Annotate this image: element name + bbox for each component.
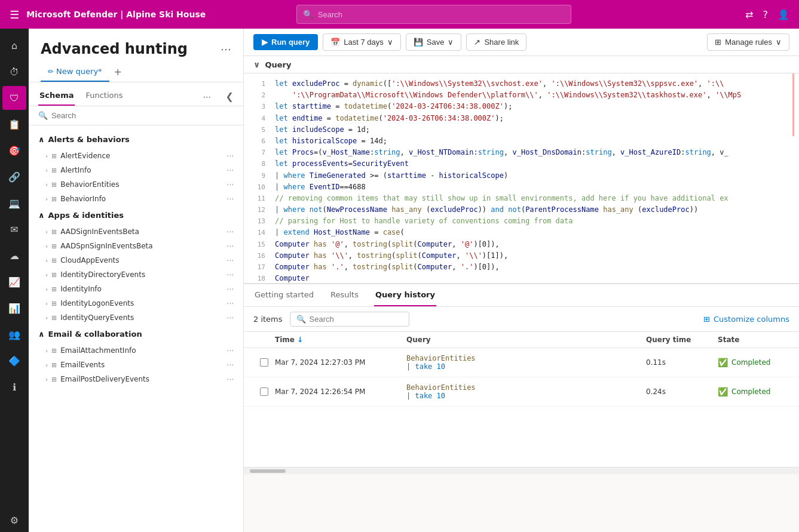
- item-more-icon[interactable]: ⋯: [226, 227, 234, 236]
- save-button[interactable]: 💾 Save ∨: [406, 33, 462, 51]
- global-search-input[interactable]: [318, 10, 565, 19]
- section-apps-header[interactable]: ∧ Apps & identities: [29, 206, 243, 225]
- schema-tab-more[interactable]: ⋯: [203, 92, 212, 102]
- item-more-icon[interactable]: ⋯: [226, 346, 234, 355]
- list-item[interactable]: › ⊞ EmailEvents ⋯: [29, 358, 243, 372]
- query-editor[interactable]: 1 let excludeProc = dynamic([':\\Windows…: [244, 73, 799, 283]
- chevron-icon: ›: [45, 153, 48, 159]
- schema-search-input[interactable]: [51, 111, 234, 120]
- table-icon: ⊞: [51, 347, 57, 355]
- scroll-thumb[interactable]: [250, 469, 286, 473]
- code-content: | where TimeGenerated >= (starttime - hi…: [275, 170, 789, 182]
- horizontal-scrollbar[interactable]: [244, 467, 799, 474]
- info-icon[interactable]: ℹ: [2, 375, 26, 399]
- reports-icon[interactable]: 📋: [2, 112, 26, 136]
- hamburger-icon[interactable]: ☰: [10, 8, 19, 21]
- items-count: 2 items: [253, 315, 283, 324]
- user-icon[interactable]: 👤: [777, 9, 789, 20]
- item-more-icon[interactable]: ⋯: [226, 152, 234, 160]
- apps-collapse-icon: ∧: [38, 211, 45, 220]
- item-more-icon[interactable]: ⋯: [226, 375, 234, 383]
- table-icon: ⊞: [51, 376, 57, 383]
- item-more-icon[interactable]: ⋯: [226, 299, 234, 307]
- col-checkbox: [253, 336, 275, 344]
- table-row[interactable]: Mar 7, 2024 12:27:03 PM BehaviorEntities…: [244, 348, 799, 377]
- chevron-icon: ›: [45, 376, 48, 383]
- table-icon: ⊞: [51, 257, 57, 265]
- incidents-icon[interactable]: ⏱: [2, 60, 26, 84]
- tab-query-history[interactable]: Query history: [374, 284, 436, 306]
- email-icon[interactable]: ✉: [2, 217, 26, 241]
- item-more-icon[interactable]: ⋯: [226, 361, 234, 369]
- list-item[interactable]: › ⊞ BehaviorInfo ⋯: [29, 192, 243, 206]
- item-more-icon[interactable]: ⋯: [226, 285, 234, 293]
- analytics-icon[interactable]: 📈: [2, 270, 26, 294]
- history-table: Time ↓ Query Query time State Mar 7, 202…: [244, 332, 799, 467]
- apps-icon[interactable]: 🔷: [2, 349, 26, 373]
- users-icon[interactable]: 👥: [2, 322, 26, 346]
- list-item[interactable]: › ⊞ IdentityQueryEvents ⋯: [29, 310, 243, 325]
- collapse-panel-button[interactable]: ❮: [226, 91, 234, 102]
- state-label: Completed: [731, 388, 770, 396]
- sidebar-nav: ⌂ ⏱ 🛡 📋 🎯 🔗 💻 ✉ ☁ 📈 📊 👥 🔷 ℹ ⚙: [0, 29, 29, 532]
- checkbox[interactable]: [260, 388, 268, 396]
- securescore-icon[interactable]: 🎯: [2, 139, 26, 162]
- history-search-input[interactable]: [310, 315, 403, 324]
- tab-schema[interactable]: Schema: [38, 87, 75, 106]
- list-item[interactable]: › ⊞ CloudAppEvents ⋯: [29, 253, 243, 267]
- checkbox[interactable]: [260, 358, 268, 367]
- topnav-icons: ⇄ ? 👤: [745, 9, 789, 20]
- code-content: Computer has '@', tostring(split(Compute…: [275, 239, 789, 250]
- item-more-icon[interactable]: ⋯: [226, 180, 234, 189]
- cloud-icon[interactable]: ☁: [2, 244, 26, 267]
- item-more-icon[interactable]: ⋯: [226, 195, 234, 203]
- manage-rules-button[interactable]: ⊞ Manage rules ∨: [707, 33, 789, 51]
- table-row[interactable]: Mar 7, 2024 12:26:54 PM BehaviorEntities…: [244, 377, 799, 407]
- time-range-button[interactable]: 📅 Last 7 days ∨: [323, 33, 401, 51]
- item-more-icon[interactable]: ⋯: [226, 270, 234, 279]
- item-more-icon[interactable]: ⋯: [226, 313, 234, 322]
- history-search-box[interactable]: 🔍: [290, 312, 409, 327]
- code-line-14: 14 | extend Host_HostName = case(: [244, 227, 799, 238]
- table-header: Time ↓ Query Query time State: [244, 332, 799, 348]
- item-more-icon[interactable]: ⋯: [226, 256, 234, 265]
- page-more-icon[interactable]: ⋯: [221, 43, 231, 56]
- share-icon[interactable]: ⇄: [745, 9, 753, 20]
- row-state: ✅ Completed: [718, 358, 789, 367]
- help-icon[interactable]: ?: [763, 9, 768, 20]
- assets-icon[interactable]: 💻: [2, 191, 26, 215]
- customize-columns-button[interactable]: ⊞ Customize columns: [703, 315, 789, 324]
- new-query-tab[interactable]: ✏ New query*: [41, 62, 109, 82]
- list-item[interactable]: › ⊞ IdentityDirectoryEvents ⋯: [29, 267, 243, 282]
- settings-icon[interactable]: ⚙: [2, 508, 26, 532]
- list-item[interactable]: › ⊞ IdentityInfo ⋯: [29, 282, 243, 296]
- list-item[interactable]: › ⊞ BehaviorEntities ⋯: [29, 177, 243, 192]
- tab-functions[interactable]: Functions: [84, 87, 124, 106]
- list-item[interactable]: › ⊞ AlertEvidence ⋯: [29, 149, 243, 163]
- tab-results[interactable]: Results: [329, 284, 360, 306]
- home-icon[interactable]: ⌂: [2, 33, 26, 57]
- section-email-header[interactable]: ∧ Email & collaboration: [29, 325, 243, 343]
- item-more-icon[interactable]: ⋯: [226, 166, 234, 174]
- list-item[interactable]: › ⊞ EmailPostDeliveryEvents ⋯: [29, 372, 243, 386]
- list-item[interactable]: › ⊞ AADSignInEventsBeta ⋯: [29, 225, 243, 239]
- run-query-button[interactable]: ▶ Run query: [253, 34, 318, 50]
- graph-icon[interactable]: 📊: [2, 296, 26, 320]
- bottom-panel: Getting started Results Query history 2 …: [244, 283, 799, 474]
- tab-getting-started[interactable]: Getting started: [253, 284, 315, 306]
- partners-icon[interactable]: 🔗: [2, 165, 26, 189]
- item-more-icon[interactable]: ⋯: [226, 242, 234, 250]
- list-item[interactable]: › ⊞ IdentityLogonEvents ⋯: [29, 296, 243, 310]
- list-item[interactable]: › ⊞ AlertInfo ⋯: [29, 163, 243, 177]
- section-alerts-header[interactable]: ∧ Alerts & behaviors: [29, 130, 243, 149]
- add-tab-button[interactable]: +: [114, 66, 122, 78]
- collapse-query-button[interactable]: ∨: [253, 60, 260, 69]
- share-link-button[interactable]: ↗ Share link: [466, 33, 526, 51]
- list-item[interactable]: › ⊞ EmailAttachmentInfo ⋯: [29, 343, 243, 358]
- row-checkbox[interactable]: [253, 358, 275, 367]
- hunting-icon[interactable]: 🛡: [2, 86, 26, 110]
- row-checkbox[interactable]: [253, 388, 275, 396]
- col-time[interactable]: Time ↓: [275, 336, 406, 344]
- global-search[interactable]: 🔍: [296, 5, 571, 24]
- list-item[interactable]: › ⊞ AADSpnSignInEventsBeta ⋯: [29, 239, 243, 253]
